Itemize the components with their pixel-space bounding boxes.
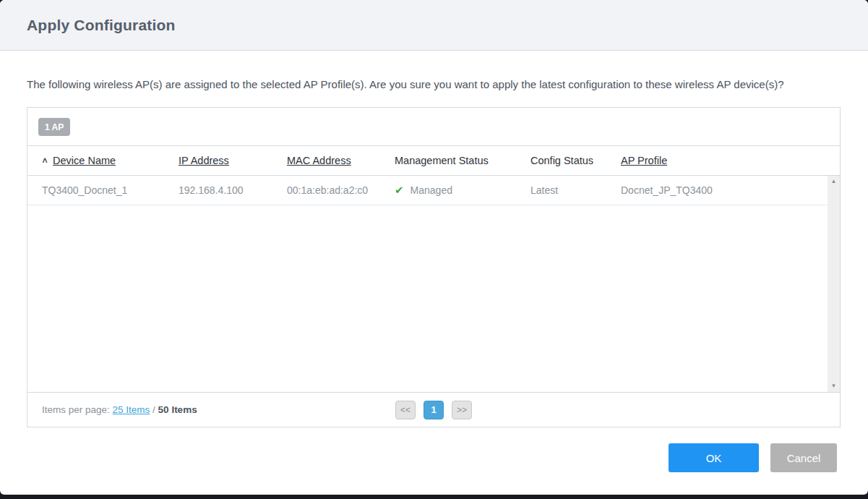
items-per-page-link[interactable]: 25 Items — [113, 404, 150, 415]
table-scrollbar[interactable]: ▲ ▼ — [828, 176, 840, 392]
next-page-button[interactable]: >> — [452, 401, 472, 419]
table-body: TQ3400_Docnet_1 192.168.4.100 00:1a:eb:a… — [27, 176, 840, 392]
cell-config-status: Latest — [530, 184, 621, 196]
cancel-button[interactable]: Cancel — [770, 443, 837, 472]
scroll-down-icon[interactable]: ▼ — [831, 383, 837, 390]
dialog-footer: OK Cancel — [0, 443, 868, 472]
column-header-device-name[interactable]: ∧ Device Name — [42, 155, 179, 166]
table-toolbar: 1 AP — [27, 108, 840, 146]
column-header-label: Management Status — [395, 155, 489, 166]
cell-device-name: TQ3400_Docnet_1 — [42, 184, 179, 196]
table-row: TQ3400_Docnet_1 192.168.4.100 00:1a:eb:a… — [27, 176, 840, 205]
ap-count-badge: 1 AP — [38, 118, 70, 136]
column-header-label: Config Status — [530, 155, 593, 166]
apply-configuration-dialog: Apply Configuration The following wirele… — [0, 0, 868, 495]
check-icon: ✔ — [395, 184, 404, 197]
column-header-label: AP Profile — [621, 155, 667, 166]
column-header-ip-address[interactable]: IP Address — [179, 155, 287, 166]
page-1-button[interactable]: 1 — [424, 401, 444, 419]
cell-ip-address: 192.168.4.100 — [179, 184, 287, 196]
cell-management-status: ✔ Managed — [395, 184, 530, 197]
dialog-title: Apply Configuration — [27, 17, 176, 34]
ok-button[interactable]: OK — [669, 443, 759, 472]
table-header-row: ∧ Device Name IP Address MAC Address Man… — [27, 146, 840, 176]
pagination-controls: << 1 >> — [395, 401, 472, 419]
column-header-label: IP Address — [179, 155, 229, 166]
total-items-label: 50 Items — [158, 404, 197, 415]
pagination-bar: Items per page: 25 Items / 50 Items << 1… — [27, 392, 840, 427]
column-header-config-status: Config Status — [530, 155, 621, 166]
sort-ascending-icon: ∧ — [41, 155, 48, 165]
ap-table: 1 AP ∧ Device Name IP Address MAC Addres… — [27, 107, 841, 427]
items-per-page-label: Items per page: — [42, 404, 113, 415]
column-header-mac-address[interactable]: MAC Address — [287, 155, 395, 166]
scroll-up-icon[interactable]: ▲ — [831, 178, 837, 185]
pagination-separator: / — [150, 404, 158, 415]
column-header-label: Device Name — [53, 155, 116, 166]
column-header-ap-profile[interactable]: AP Profile — [621, 155, 840, 166]
cell-ap-profile: Docnet_JP_TQ3400 — [621, 184, 840, 196]
cell-mac-address: 00:1a:eb:ad:a2:c0 — [287, 184, 395, 196]
previous-page-button[interactable]: << — [395, 401, 416, 419]
column-header-management-status: Management Status — [395, 155, 530, 166]
confirmation-message: The following wireless AP(s) are assigne… — [0, 51, 868, 90]
management-status-label: Managed — [411, 184, 452, 196]
dialog-header: Apply Configuration — [0, 0, 868, 51]
column-header-label: MAC Address — [287, 155, 351, 166]
